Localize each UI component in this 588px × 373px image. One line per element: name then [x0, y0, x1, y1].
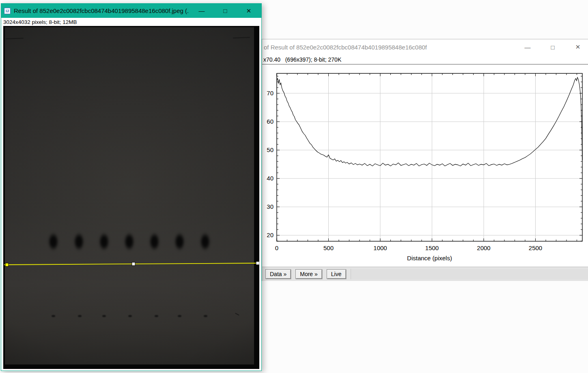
plot-window-controls: — □ ✕: [509, 39, 585, 55]
svg-text:2000: 2000: [477, 244, 490, 251]
maximize-icon[interactable]: □: [546, 39, 560, 55]
profile-plot-canvas[interactable]: 05001000150020002500203040506070Distance…: [262, 64, 588, 267]
plot-window-titlebar[interactable]: of Result of 852e0e2c0082fcbc08474b40198…: [262, 39, 588, 55]
selection-handle-2[interactable]: [256, 262, 259, 265]
x-axis-label: Distance (pixels): [407, 255, 452, 262]
more-button[interactable]: More »: [295, 269, 322, 279]
svg-text:0: 0: [275, 244, 278, 251]
maximize-icon[interactable]: □: [219, 4, 231, 18]
close-icon[interactable]: ✕: [243, 4, 255, 18]
svg-text:20: 20: [267, 232, 274, 238]
svg-text:30: 30: [267, 203, 274, 210]
minimize-icon[interactable]: —: [196, 4, 208, 18]
close-icon[interactable]: ✕: [571, 39, 585, 55]
tlc-plate-image[interactable]: [3, 26, 259, 369]
svg-text:1500: 1500: [425, 244, 439, 251]
image-window-titlebar[interactable]: IJ Result of 852e0e2c0082fcbc08474b40198…: [1, 4, 261, 18]
selection-handle-1[interactable]: [132, 262, 135, 266]
coordinate-readout-panel: [351, 269, 588, 279]
svg-text:2500: 2500: [529, 244, 542, 251]
selection-handle-0[interactable]: [5, 263, 9, 266]
image-window-title: Result of 852e0e2c0082fcbc08474b40198958…: [14, 7, 188, 14]
image-window: IJ Result of 852e0e2c0082fcbc08474b40198…: [1, 3, 262, 371]
svg-text:500: 500: [323, 244, 334, 251]
svg-text:1000: 1000: [373, 244, 387, 251]
svg-text:60: 60: [267, 118, 274, 125]
svg-text:40: 40: [267, 175, 274, 182]
image-status-text: 3024x4032 pixels; 8-bit; 12MB: [1, 18, 261, 26]
profile-plot-svg: 05001000150020002500203040506070Distance…: [262, 64, 588, 267]
imagej-icon: IJ: [4, 8, 11, 14]
selection-line[interactable]: [4, 263, 258, 265]
plot-window-title: of Result of 852e0e2c0082fcbc08474b40198…: [262, 44, 427, 51]
plot-status-text: x70.40 (696x397); 8-bit; 270K: [262, 55, 588, 64]
plot-window: of Result of 852e0e2c0082fcbc08474b40198…: [262, 39, 588, 281]
svg-text:70: 70: [267, 90, 274, 96]
desktop: { "image_window": { "title": "Result of …: [0, 0, 588, 373]
line-selection[interactable]: [3, 26, 259, 369]
data-button[interactable]: Data »: [265, 269, 291, 279]
svg-text:50: 50: [267, 146, 274, 153]
plot-button-bar: Data » More » Live: [262, 267, 588, 281]
image-window-controls: — □ ✕: [184, 4, 255, 18]
minimize-icon[interactable]: —: [521, 39, 534, 55]
live-button[interactable]: Live: [327, 269, 346, 279]
